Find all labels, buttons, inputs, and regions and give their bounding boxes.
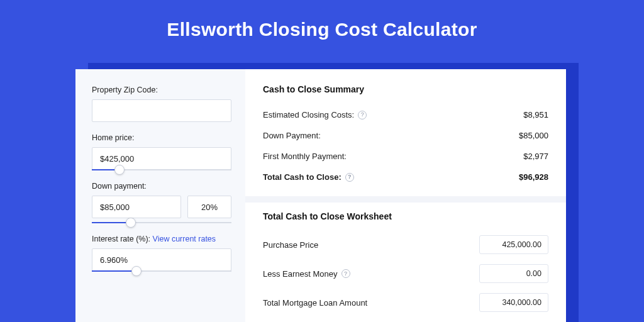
interest-label-text: Interest rate (%): — [92, 235, 153, 243]
worksheet-row-input[interactable] — [479, 264, 548, 283]
worksheet-row: Purchase Price — [263, 230, 548, 259]
view-rates-link[interactable]: View current rates — [153, 235, 216, 243]
worksheet-row-label: Total Mortgage Loan Amount — [263, 298, 367, 308]
worksheet-row-input[interactable] — [479, 293, 548, 312]
down-payment-slider[interactable] — [92, 222, 231, 223]
down-payment-input[interactable] — [92, 196, 181, 218]
home-price-label: Home price: — [92, 133, 231, 142]
zip-input[interactable] — [92, 99, 231, 122]
summary-row: Estimated Closing Costs:?$8,951 — [263, 104, 548, 125]
down-payment-field: Down payment: — [92, 182, 231, 223]
summary-row: Down Payment:$85,000 — [263, 125, 548, 146]
summary-row: First Monthly Payment:$2,977 — [263, 146, 548, 167]
home-price-slider-thumb[interactable] — [114, 165, 125, 175]
interest-slider-thumb[interactable] — [131, 266, 142, 276]
worksheet-row-label: Less Earnest Money — [263, 269, 338, 279]
home-price-slider[interactable] — [92, 169, 231, 170]
summary-row-value: $8,951 — [523, 110, 548, 119]
calculator-panel: Property Zip Code: Home price: Down paym… — [75, 69, 566, 322]
down-payment-slider-thumb[interactable] — [126, 218, 136, 228]
summary-row-label: Down Payment: — [263, 131, 321, 140]
interest-field: Interest rate (%): View current rates — [92, 235, 231, 272]
down-payment-pct-input[interactable] — [187, 196, 231, 218]
page-title: Ellsworth Closing Cost Calculator — [0, 0, 644, 40]
section-divider — [245, 196, 566, 203]
summary-row-label: Estimated Closing Costs: — [263, 110, 354, 119]
home-price-input[interactable] — [92, 147, 231, 170]
worksheet-row-input[interactable] — [479, 235, 548, 254]
down-payment-slider-fill — [92, 222, 131, 223]
zip-field: Property Zip Code: — [92, 86, 231, 122]
interest-slider-fill — [92, 270, 136, 272]
interest-slider[interactable] — [92, 270, 231, 272]
summary-row-value: $85,000 — [519, 131, 548, 140]
home-price-field: Home price: — [92, 133, 231, 170]
help-icon[interactable]: ? — [341, 269, 350, 278]
summary-total-value: $96,928 — [519, 172, 548, 182]
summary-heading: Cash to Close Summary — [263, 84, 548, 94]
help-icon[interactable]: ? — [345, 173, 354, 182]
help-icon[interactable]: ? — [358, 111, 367, 119]
summary-row-label: First Monthly Payment: — [263, 152, 347, 161]
summary-total-label: Total Cash to Close: — [263, 172, 341, 182]
worksheet-heading: Total Cash to Close Worksheet — [263, 211, 548, 221]
down-payment-label: Down payment: — [92, 182, 231, 191]
interest-label: Interest rate (%): View current rates — [92, 235, 231, 243]
summary-total-row: Total Cash to Close: ? $96,928 — [263, 167, 548, 187]
inputs-column: Property Zip Code: Home price: Down paym… — [75, 69, 245, 322]
zip-label: Property Zip Code: — [92, 86, 231, 94]
worksheet-row: Total Mortgage Loan Amount — [263, 288, 548, 317]
worksheet-row: Total Second Mortgage Amount? — [263, 317, 548, 322]
results-column: Cash to Close Summary Estimated Closing … — [245, 69, 566, 322]
interest-input[interactable] — [92, 248, 231, 271]
summary-row-value: $2,977 — [523, 152, 548, 161]
worksheet-row-label: Purchase Price — [263, 240, 318, 250]
worksheet-row: Less Earnest Money? — [263, 259, 548, 288]
